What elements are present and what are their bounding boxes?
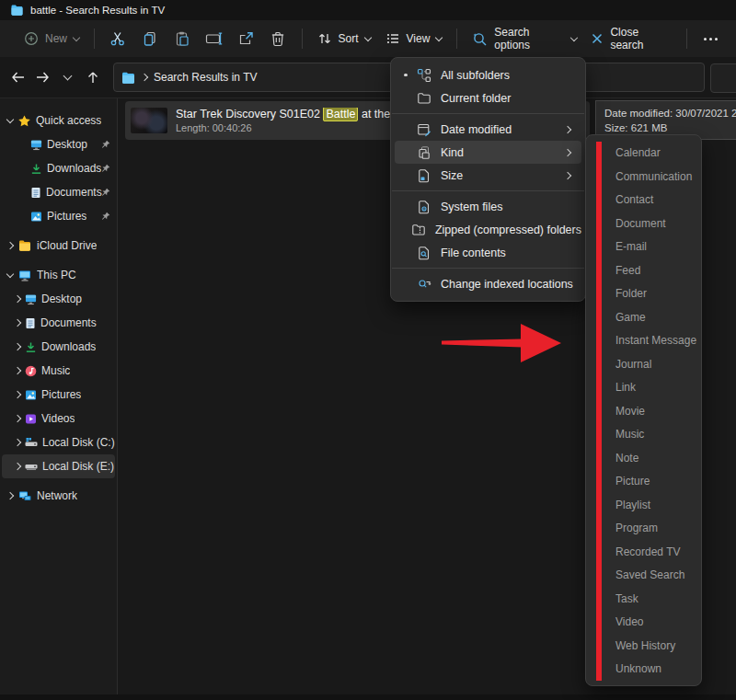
sidebar-item-pc-documents[interactable]: Documents (0, 311, 117, 335)
toolbar-divider (686, 29, 687, 49)
command-bar: New (0, 20, 736, 57)
sidebar-item-network[interactable]: Network (0, 484, 117, 508)
menu-separator (392, 113, 584, 114)
forward-button[interactable] (30, 64, 55, 90)
kind-option-link[interactable]: Link (586, 376, 701, 400)
sidebar-item-pc-music[interactable]: Music (0, 359, 117, 383)
close-search-button[interactable]: Close search (583, 24, 679, 53)
kind-option-web-history[interactable]: Web History (586, 635, 701, 659)
menu-item-current-folder[interactable]: Current folder (395, 86, 581, 109)
pin-icon (101, 140, 110, 149)
video-thumbnail (131, 108, 167, 133)
search-box-stub[interactable] (710, 63, 736, 93)
kind-option-communication[interactable]: Communication (586, 166, 701, 189)
sidebar-item-label: iCloud Drive (37, 239, 97, 252)
menu-item-system-files[interactable]: System files (395, 195, 581, 218)
kind-option-instant-message[interactable]: Instant Message (586, 329, 701, 353)
kind-option-task[interactable]: Task (586, 588, 701, 612)
sidebar-item-pc-videos[interactable]: Videos (0, 407, 117, 430)
sidebar-item-label: Local Disk (C:) (42, 436, 115, 449)
chevron-right-icon[interactable] (14, 319, 21, 327)
sidebar-item-label: Desktop (47, 138, 87, 151)
menu-item-file-contents[interactable]: File contents (395, 241, 581, 264)
star-icon (18, 115, 30, 127)
window-bottom-edge (0, 694, 736, 700)
new-button[interactable]: New (17, 24, 86, 53)
chevron-right-icon[interactable] (14, 343, 21, 350)
see-more-button[interactable] (695, 24, 727, 53)
chevron-right-icon[interactable] (14, 463, 21, 470)
kind-option-recorded-tv[interactable]: Recorded TV (586, 541, 701, 565)
sidebar-item-this-pc[interactable]: This PC (0, 263, 117, 287)
sidebar-item-downloads[interactable]: Downloads (0, 156, 117, 180)
share-button[interactable] (230, 24, 262, 53)
toolbar-divider (456, 29, 457, 49)
sidebar-item-desktop[interactable]: Desktop (0, 132, 117, 156)
sidebar-item-pc-desktop[interactable]: Desktop (0, 287, 117, 311)
kind-option-program[interactable]: Program (586, 517, 701, 541)
sidebar-item-label: Downloads (41, 340, 96, 353)
folder-icon (121, 72, 135, 84)
chevron-right-icon[interactable] (14, 295, 21, 303)
kind-option-calendar[interactable]: Calendar (586, 142, 701, 166)
up-button[interactable] (80, 64, 105, 90)
chevron-down-icon[interactable] (6, 270, 14, 277)
sidebar-item-local-disk-c[interactable]: Local Disk (C:) (0, 430, 117, 454)
search-options-button[interactable]: Search options (465, 24, 583, 53)
kind-option-document[interactable]: Document (586, 212, 701, 236)
kind-icon (417, 145, 431, 160)
kind-option-folder[interactable]: Folder (586, 282, 701, 306)
kind-option-note[interactable]: Note (586, 447, 701, 471)
sidebar-item-icloud-drive[interactable]: iCloud Drive (0, 234, 117, 258)
chevron-down-icon (569, 33, 577, 40)
chevron-right-icon[interactable] (14, 439, 21, 446)
sidebar-item-local-disk-e[interactable]: Local Disk (E:) (2, 454, 115, 478)
chevron-right-icon[interactable] (14, 367, 21, 374)
kind-option-movie[interactable]: Movie (586, 400, 701, 424)
kind-option-music[interactable]: Music (586, 423, 701, 447)
menu-item-date-modified[interactable]: Date modified (395, 118, 581, 141)
drive-icon (25, 461, 38, 472)
chevron-right-icon[interactable] (6, 492, 14, 499)
kind-option-saved-search[interactable]: Saved Search (586, 564, 701, 588)
search-options-menu: All subfolders Current folder Date modif… (390, 57, 586, 302)
kind-option-video[interactable]: Video (586, 611, 701, 635)
menu-item-change-indexed-locations[interactable]: Change indexed locations (395, 272, 581, 295)
sort-button[interactable]: Sort (310, 24, 378, 53)
chevron-right-icon[interactable] (6, 242, 14, 249)
back-button[interactable] (6, 64, 30, 90)
kind-option-journal[interactable]: Journal (586, 353, 701, 377)
kind-option-email[interactable]: E-mail (586, 235, 701, 259)
sidebar-item-label: This PC (37, 269, 76, 281)
menu-item-zipped-folders[interactable]: Zipped (compressed) folders (395, 218, 581, 241)
rename-icon (205, 30, 224, 47)
rename-button[interactable] (198, 24, 230, 53)
paste-button[interactable] (167, 24, 199, 53)
sidebar-item-documents[interactable]: Documents (0, 180, 117, 204)
recent-locations-button[interactable] (55, 64, 80, 90)
view-button[interactable]: View (378, 24, 450, 53)
sidebar-item-pc-pictures[interactable]: Pictures (0, 383, 117, 407)
kind-option-feed[interactable]: Feed (586, 259, 701, 283)
chevron-right-icon[interactable] (14, 415, 21, 422)
delete-button[interactable] (262, 24, 294, 53)
copy-button[interactable] (134, 24, 167, 53)
sidebar-item-pc-downloads[interactable]: Downloads (0, 335, 117, 359)
chevron-right-icon[interactable] (14, 391, 21, 398)
toolbar-divider (94, 29, 95, 49)
kind-option-picture[interactable]: Picture (586, 470, 701, 494)
search-options-icon (472, 31, 488, 47)
chevron-down-icon[interactable] (6, 115, 14, 122)
menu-item-kind[interactable]: Kind (395, 141, 581, 164)
kind-option-contact[interactable]: Contact (586, 189, 701, 212)
kind-option-playlist[interactable]: Playlist (586, 494, 701, 518)
sidebar-item-pictures[interactable]: Pictures (0, 204, 117, 228)
menu-item-all-subfolders[interactable]: All subfolders (395, 63, 581, 86)
kind-option-unknown[interactable]: Unknown (586, 658, 701, 682)
sidebar-item-quick-access[interactable]: Quick access (0, 109, 117, 132)
cut-button[interactable] (102, 24, 134, 53)
menu-item-size[interactable]: Size (395, 164, 581, 187)
sidebar-item-label: Documents (40, 316, 97, 329)
kind-option-game[interactable]: Game (586, 306, 701, 330)
sidebar-item-label: Quick access (36, 114, 101, 127)
